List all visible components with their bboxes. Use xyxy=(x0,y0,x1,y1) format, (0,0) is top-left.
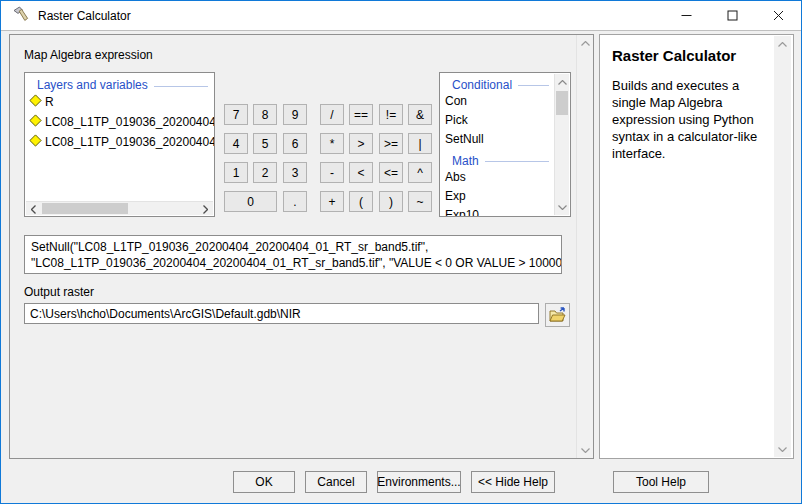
calc-button-)[interactable]: ) xyxy=(379,191,403,212)
minimize-icon xyxy=(681,10,692,21)
map-algebra-expression-label: Map Algebra expression xyxy=(24,48,153,62)
raster-calculator-dialog: Raster Calculator Map Algebra expression… xyxy=(0,0,802,504)
calc-button-0[interactable]: 0 xyxy=(224,191,277,212)
titlebar[interactable]: Raster Calculator xyxy=(1,1,801,31)
minimize-button[interactable] xyxy=(663,1,709,30)
function-item-Pick[interactable]: Pick xyxy=(440,111,555,130)
layer-diamond-icon xyxy=(29,114,42,130)
scroll-down-button[interactable] xyxy=(555,199,569,215)
function-item-Abs[interactable]: Abs xyxy=(440,168,555,187)
ok-button[interactable]: OK xyxy=(233,471,295,493)
scroll-right-button[interactable] xyxy=(198,202,213,216)
layers-panel-title: Layers and variables xyxy=(37,78,148,92)
chevron-down-icon xyxy=(778,447,787,452)
scroll-up-button[interactable] xyxy=(774,36,791,52)
help-title: Raster Calculator xyxy=(612,47,736,64)
layers-list: RLC08_L1TP_019036_20200404_202LC08_L1TP_… xyxy=(25,92,214,152)
close-button[interactable] xyxy=(755,1,801,30)
function-item-Con[interactable]: Con xyxy=(440,92,555,111)
layer-diamond-icon xyxy=(29,94,42,110)
layers-horizontal-scrollbar[interactable] xyxy=(26,201,213,215)
browse-folder-icon xyxy=(549,307,566,323)
functions-vertical-scrollbar[interactable] xyxy=(554,74,569,215)
chevron-down-icon xyxy=(581,448,590,453)
layer-list-item[interactable]: LC08_L1TP_019036_20200404_202 xyxy=(25,132,214,152)
calc-button-4[interactable]: 4 xyxy=(224,133,248,154)
layer-list-item[interactable]: R xyxy=(25,92,214,112)
calc-button-7[interactable]: 7 xyxy=(224,104,248,125)
calculator-keypad: 789/==!=&456*>>=|123-<<=^0.+()~ xyxy=(224,104,432,212)
section-title: Math xyxy=(452,154,479,168)
layer-diamond-icon xyxy=(29,134,42,150)
calc-button-<[interactable]: < xyxy=(349,162,373,183)
calc-button-3[interactable]: 3 xyxy=(283,162,307,183)
header-rule xyxy=(518,85,549,86)
layer-list-item[interactable]: LC08_L1TP_019036_20200404_202 xyxy=(25,112,214,132)
help-vertical-scrollbar[interactable] xyxy=(774,36,791,457)
expression-line-1: SetNull("LC08_L1TP_019036_20200404_20200… xyxy=(31,239,555,255)
scroll-up-button[interactable] xyxy=(577,35,593,51)
calc-button-^[interactable]: ^ xyxy=(408,162,432,183)
function-item-SetNull[interactable]: SetNull xyxy=(440,130,555,149)
calc-button-/[interactable]: / xyxy=(320,104,344,125)
environments-button[interactable]: Environments... xyxy=(377,471,461,493)
maximize-button[interactable] xyxy=(709,1,755,30)
calc-button-&[interactable]: & xyxy=(408,104,432,125)
section-title: Conditional xyxy=(452,78,512,92)
layers-and-variables-listbox: Layers and variables RLC08_L1TP_019036_2… xyxy=(24,72,215,217)
calc-button-<=[interactable]: <= xyxy=(379,162,403,183)
tool-parameters-panel: Map Algebra expression Layers and variab… xyxy=(9,34,594,459)
tool-help-button[interactable]: Tool Help xyxy=(613,471,709,493)
calc-button-2[interactable]: 2 xyxy=(253,162,277,183)
cancel-button[interactable]: Cancel xyxy=(305,471,367,493)
calc-button-([interactable]: ( xyxy=(349,191,373,212)
main-vertical-scrollbar[interactable] xyxy=(576,35,593,458)
help-panel: Raster Calculator Builds and executes a … xyxy=(599,34,794,459)
function-section-header: Conditional xyxy=(440,73,555,92)
chevron-up-icon xyxy=(558,80,567,85)
calc-button--[interactable]: - xyxy=(320,162,344,183)
chevron-left-icon xyxy=(31,205,36,214)
function-item-Exp10[interactable]: Exp10 xyxy=(440,206,555,217)
calc-button->=[interactable]: >= xyxy=(379,133,403,154)
close-icon xyxy=(773,10,784,21)
calc-button-.[interactable]: . xyxy=(283,191,307,212)
help-description: Builds and executes a single Map Algebra… xyxy=(612,77,772,162)
scroll-left-button[interactable] xyxy=(26,202,41,216)
chevron-up-icon xyxy=(778,42,787,47)
calc-button-8[interactable]: 8 xyxy=(253,104,277,125)
expression-line-2: "LC08_L1TP_019036_20200404_20200404_01_R… xyxy=(31,255,555,271)
browse-output-button[interactable] xyxy=(545,303,570,327)
window-title: Raster Calculator xyxy=(38,9,131,23)
scroll-down-button[interactable] xyxy=(774,441,791,457)
hide-help-button[interactable]: << Hide Help xyxy=(471,471,555,493)
function-item-Exp[interactable]: Exp xyxy=(440,187,555,206)
expression-textarea[interactable]: SetNull("LC08_L1TP_019036_20200404_20200… xyxy=(24,235,562,274)
calc-button-!=[interactable]: != xyxy=(379,104,403,125)
header-rule xyxy=(485,161,549,162)
calc-button-+[interactable]: + xyxy=(320,191,344,212)
scroll-down-button[interactable] xyxy=(577,442,593,458)
calc-button-1[interactable]: 1 xyxy=(224,162,248,183)
calc-button-5[interactable]: 5 xyxy=(253,133,277,154)
functions-listbox: ConditionalConPickSetNullMathAbsExpExp10 xyxy=(439,72,571,217)
layer-label: LC08_L1TP_019036_20200404_202 xyxy=(45,115,214,129)
calc-button->[interactable]: > xyxy=(349,133,373,154)
output-raster-label: Output raster xyxy=(24,285,94,299)
scroll-up-button[interactable] xyxy=(555,74,569,90)
calc-button-9[interactable]: 9 xyxy=(283,104,307,125)
calc-button-*[interactable]: * xyxy=(320,133,344,154)
calc-button-~[interactable]: ~ xyxy=(408,191,432,212)
header-rule xyxy=(154,86,208,87)
scrollbar-thumb[interactable] xyxy=(42,203,128,214)
chevron-right-icon xyxy=(203,205,208,214)
calc-button-6[interactable]: 6 xyxy=(283,133,307,154)
chevron-up-icon xyxy=(581,41,590,46)
layer-label: LC08_L1TP_019036_20200404_202 xyxy=(45,135,214,149)
calc-button-==[interactable]: == xyxy=(349,104,373,125)
output-raster-input[interactable] xyxy=(24,303,539,324)
maximize-icon xyxy=(727,10,738,21)
scrollbar-thumb[interactable] xyxy=(556,91,568,115)
calc-button-|[interactable]: | xyxy=(408,133,432,154)
functions-list: ConditionalConPickSetNullMathAbsExpExp10 xyxy=(440,73,555,217)
